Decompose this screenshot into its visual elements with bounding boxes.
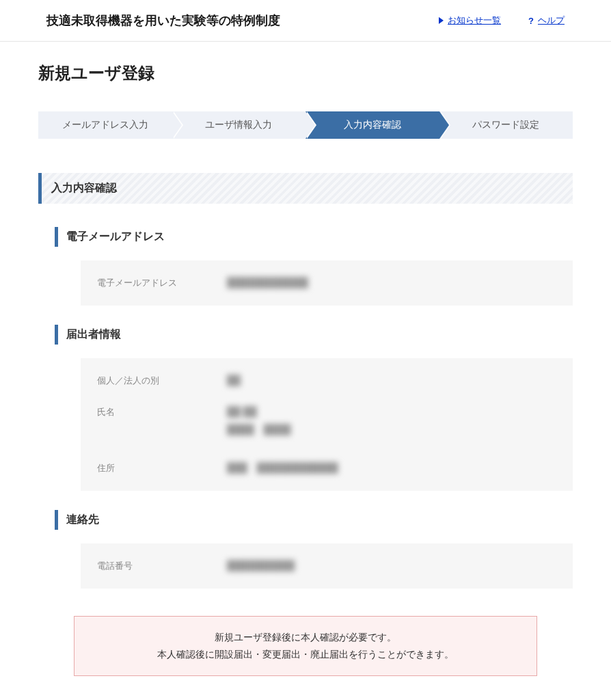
step-confirm: 入力内容確認 — [306, 111, 439, 139]
applicant-section-title: 届出者情報 — [55, 325, 573, 345]
notice-box: 新規ユーザ登録後に本人確認が必要です。 本人確認後に開設届出・変更届出・廃止届出… — [74, 616, 537, 676]
contact-section-title: 連絡先 — [55, 510, 573, 530]
contact-data-box: 電話番号 ██████████ — [81, 543, 573, 589]
table-row: 住所 ███ ████████████ — [81, 453, 573, 484]
page-title: 新規ユーザ登録 — [38, 62, 573, 84]
type-label: 個人／法人の別 — [97, 375, 227, 387]
email-data-box: 電子メールアドレス ████████████ — [81, 260, 573, 306]
address-value: ███ ████████████ — [227, 462, 338, 474]
phone-value: ██████████ — [227, 560, 295, 571]
email-section: 電子メールアドレス 電子メールアドレス ████████████ — [55, 227, 573, 306]
stepper: メールアドレス入力 ユーザ情報入力 入力内容確認 パスワード設定 — [38, 111, 573, 139]
triangle-icon — [439, 17, 444, 24]
question-icon: ? — [528, 16, 534, 26]
news-link-text[interactable]: お知らせ一覧 — [448, 14, 501, 27]
section-title: 入力内容確認 — [38, 173, 573, 204]
email-section-title: 電子メールアドレス — [55, 227, 573, 247]
header-links: お知らせ一覧 ? ヘルプ — [439, 14, 565, 27]
step-password: パスワード設定 — [439, 111, 573, 139]
phone-label: 電話番号 — [97, 560, 227, 572]
table-row: 電話番号 ██████████ — [81, 550, 573, 582]
contact-section: 連絡先 電話番号 ██████████ — [55, 510, 573, 589]
notice-line1: 新規ユーザ登録後に本人確認が必要です。 — [87, 629, 524, 646]
table-row: 電子メールアドレス ████████████ — [81, 267, 573, 299]
help-link-text[interactable]: ヘルプ — [538, 14, 565, 27]
app-header: 技適未取得機器を用いた実験等の特例制度 お知らせ一覧 ? ヘルプ — [0, 0, 611, 42]
table-row: 個人／法人の別 ██ — [81, 365, 573, 396]
email-label: 電子メールアドレス — [97, 277, 227, 289]
news-link[interactable]: お知らせ一覧 — [439, 14, 501, 27]
app-title: 技適未取得機器を用いた実験等の特例制度 — [46, 12, 280, 29]
type-value: ██ — [227, 375, 241, 386]
address-label: 住所 — [97, 462, 227, 474]
email-value: ████████████ — [227, 277, 308, 288]
applicant-data-box: 個人／法人の別 ██ 氏名 ██ ██ ████ ████ 住所 ███ ███… — [81, 358, 573, 491]
step-userinfo: ユーザ情報入力 — [172, 111, 306, 139]
table-row: 氏名 ██ ██ ████ ████ — [81, 396, 573, 453]
name-label: 氏名 — [97, 406, 227, 418]
main-content: 新規ユーザ登録 メールアドレス入力 ユーザ情報入力 入力内容確認 パスワード設定… — [0, 42, 611, 700]
name-value: ██ ██ ████ ████ — [227, 406, 290, 443]
step-email: メールアドレス入力 — [38, 111, 172, 139]
notice-line2: 本人確認後に開設届出・変更届出・廃止届出を行うことができます。 — [87, 646, 524, 663]
help-link[interactable]: ? ヘルプ — [528, 14, 565, 27]
applicant-section: 届出者情報 個人／法人の別 ██ 氏名 ██ ██ ████ ████ 住所 █… — [55, 325, 573, 491]
